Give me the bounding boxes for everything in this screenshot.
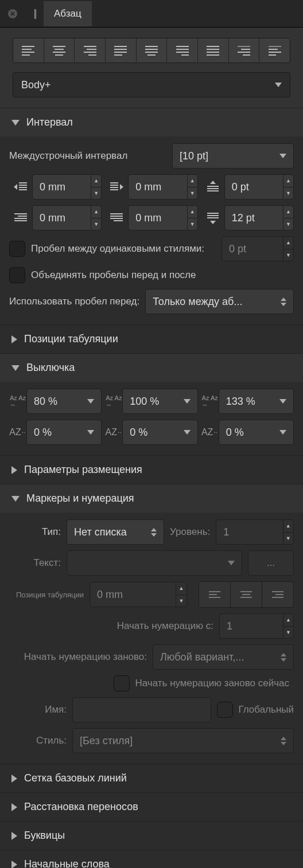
section-justify-title: Выключка bbox=[26, 362, 75, 374]
close-icon[interactable] bbox=[0, 9, 25, 19]
section-baseline-header[interactable]: Сетка базовых линий bbox=[0, 764, 303, 792]
alignment-block: Body+ bbox=[0, 28, 303, 108]
align-center-button[interactable] bbox=[44, 38, 75, 62]
indent-left-field[interactable] bbox=[33, 181, 91, 193]
indent-right-field[interactable] bbox=[129, 181, 187, 193]
tabpos-input[interactable]: ▲▼ bbox=[90, 582, 187, 607]
level-input[interactable]: ▲▼ bbox=[216, 519, 294, 545]
list-align-center[interactable] bbox=[231, 582, 262, 607]
indent-left-input[interactable]: ▲▼ bbox=[32, 174, 102, 200]
double-arrow-icon bbox=[281, 298, 286, 306]
same-style-field[interactable] bbox=[222, 243, 283, 255]
first-line-field[interactable] bbox=[33, 212, 91, 224]
indent-right-input[interactable]: ▲▼ bbox=[128, 174, 197, 200]
first-line-input[interactable]: ▲▼ bbox=[32, 205, 102, 230]
align-away-spine-button[interactable] bbox=[259, 38, 290, 62]
letter-max-select[interactable]: 0 % bbox=[219, 420, 294, 445]
align-toward-spine-button[interactable] bbox=[229, 38, 259, 62]
name-field[interactable] bbox=[73, 704, 211, 716]
word-opt-select[interactable]: 100 % bbox=[122, 389, 197, 414]
tab-paragraph[interactable]: Абзац bbox=[44, 1, 92, 26]
section-bullets-header[interactable]: Маркеры и нумерация bbox=[0, 484, 303, 513]
justify-center-button[interactable] bbox=[137, 38, 167, 62]
chevron-down-icon bbox=[275, 83, 282, 87]
chevron-down-icon bbox=[228, 561, 235, 565]
start-field[interactable] bbox=[220, 620, 283, 632]
stepper[interactable]: ▲▼ bbox=[283, 175, 293, 199]
stepper[interactable]: ▲▼ bbox=[91, 206, 101, 230]
section-dropcaps-header[interactable]: Буквицы bbox=[0, 821, 303, 850]
stepper[interactable]: ▲▼ bbox=[283, 520, 293, 544]
space-before-input[interactable]: ▲▼ bbox=[224, 174, 294, 200]
list-align-right[interactable] bbox=[262, 582, 293, 607]
section-justify-header[interactable]: Выключка bbox=[0, 353, 303, 382]
stepper[interactable]: ▲▼ bbox=[187, 206, 197, 230]
drag-handle-icon[interactable]: || bbox=[25, 7, 44, 19]
last-line-field[interactable] bbox=[129, 212, 187, 224]
paragraph-style-select[interactable]: Body+ bbox=[13, 72, 290, 97]
section-placement-title: Параметры размещения bbox=[24, 464, 142, 476]
list-type-select[interactable]: Нет списка bbox=[67, 519, 164, 545]
stepper[interactable]: ▲▼ bbox=[91, 175, 101, 199]
leading-select[interactable]: [10 pt] bbox=[172, 143, 294, 169]
same-style-checkbox[interactable] bbox=[9, 241, 25, 257]
word-spacing-icon: Az Az↔ bbox=[9, 394, 26, 408]
leading-value: [10 pt] bbox=[180, 150, 208, 162]
stepper[interactable]: ▲▼ bbox=[176, 582, 187, 607]
align-left-button[interactable] bbox=[13, 38, 44, 62]
text-select[interactable] bbox=[67, 550, 242, 576]
section-placement-header[interactable]: Параметры размещения bbox=[0, 455, 303, 484]
letter-spacing-icon: AZ↔ bbox=[201, 427, 219, 437]
align-right-button[interactable] bbox=[75, 38, 105, 62]
tabpos-field[interactable] bbox=[90, 589, 176, 601]
list-align-left[interactable] bbox=[199, 582, 230, 607]
restart-select[interactable]: Любой вариант,... bbox=[153, 644, 294, 670]
level-field[interactable] bbox=[216, 526, 282, 538]
space-after-field[interactable] bbox=[225, 212, 283, 224]
same-style-label: Пробел между одинаковыми стилями: bbox=[31, 243, 216, 255]
stepper[interactable]: ▲▼ bbox=[187, 175, 197, 199]
disclosure-closed-icon bbox=[11, 832, 17, 840]
use-space-select[interactable]: Только между аб... bbox=[145, 289, 294, 314]
word-opt-value: 100 % bbox=[130, 396, 159, 408]
list-style-select[interactable]: [Без стиля] bbox=[72, 728, 294, 753]
word-max-select[interactable]: 133 % bbox=[219, 389, 294, 414]
disclosure-open-icon bbox=[11, 365, 20, 371]
stepper[interactable]: ▲▼ bbox=[283, 614, 293, 638]
section-interval-header[interactable]: Интервал bbox=[0, 108, 303, 136]
name-input[interactable] bbox=[72, 697, 211, 722]
section-bullets-title: Маркеры и нумерация bbox=[26, 492, 134, 505]
word-max-value: 133 % bbox=[226, 396, 255, 408]
level-label: Уровень: bbox=[170, 526, 210, 538]
restart-now-checkbox[interactable] bbox=[114, 675, 130, 691]
chevron-down-icon bbox=[87, 430, 94, 435]
double-arrow-icon bbox=[281, 653, 286, 662]
space-before-field[interactable] bbox=[225, 181, 283, 193]
start-input[interactable]: ▲▼ bbox=[219, 613, 294, 639]
same-style-input[interactable]: ▲▼ bbox=[222, 236, 294, 261]
justify-left-button[interactable] bbox=[106, 38, 136, 62]
word-spacing-icon: Az Az↔ bbox=[105, 394, 122, 408]
letter-min-select[interactable]: 0 % bbox=[26, 420, 102, 445]
section-initwords-header[interactable]: Начальные слова bbox=[0, 850, 303, 868]
text-insert-button[interactable]: ... bbox=[248, 550, 294, 576]
space-after-input[interactable]: ▲▼ bbox=[224, 205, 294, 230]
letter-opt-select[interactable]: 0 % bbox=[122, 420, 197, 445]
justify-right-button[interactable] bbox=[167, 38, 197, 62]
stepper[interactable]: ▲▼ bbox=[283, 206, 293, 230]
disclosure-open-icon bbox=[11, 496, 20, 502]
space-after-icon bbox=[201, 212, 224, 224]
stepper[interactable]: ▲▼ bbox=[283, 237, 293, 261]
section-hyphen-header[interactable]: Расстановка переносов bbox=[0, 792, 303, 821]
global-checkbox[interactable] bbox=[217, 702, 233, 718]
section-tabs-header[interactable]: Позиции табуляции bbox=[0, 324, 303, 353]
word-min-select[interactable]: 80 % bbox=[26, 389, 102, 414]
last-line-input[interactable]: ▲▼ bbox=[128, 205, 197, 230]
restart-now-label: Начать нумерацию заново сейчас bbox=[135, 678, 290, 689]
word-spacing-icon: Az Az↔ bbox=[201, 394, 219, 408]
merge-spaces-checkbox[interactable] bbox=[9, 267, 25, 283]
justify-full-button[interactable] bbox=[198, 38, 228, 62]
section-interval-body: Междустрочный интервал [10 pt] ▲▼ ▲▼ ▲▼ … bbox=[0, 136, 303, 324]
chevron-down-icon bbox=[279, 154, 286, 158]
indent-right-icon bbox=[105, 181, 128, 193]
